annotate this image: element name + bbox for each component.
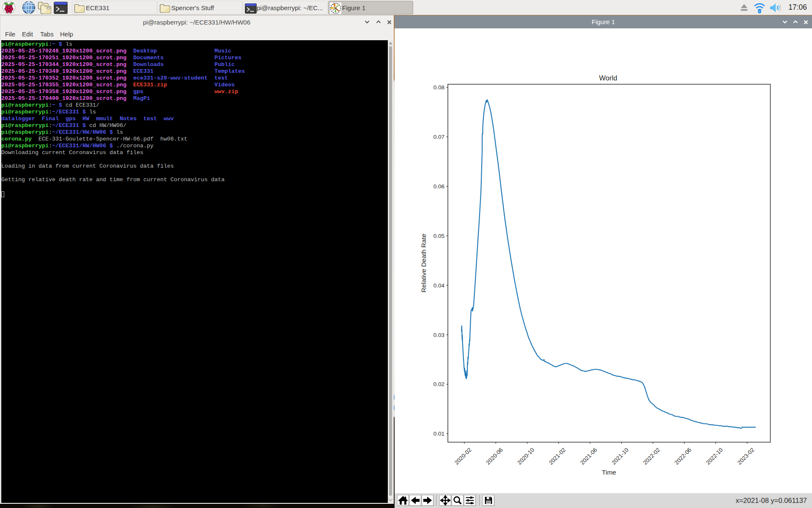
svg-text:2020-10: 2020-10: [516, 447, 536, 466]
svg-text:Relative Death Rate: Relative Death Rate: [420, 234, 427, 293]
svg-text:0.02: 0.02: [433, 381, 444, 387]
svg-text:2022-02: 2022-02: [642, 447, 661, 466]
svg-text:2023-02: 2023-02: [736, 447, 756, 466]
svg-text:0.07: 0.07: [433, 134, 444, 140]
svg-text:2022-06: 2022-06: [673, 447, 693, 466]
svg-text:2021-06: 2021-06: [579, 447, 598, 466]
svg-text:2022-10: 2022-10: [705, 447, 724, 466]
svg-text:2021-10: 2021-10: [610, 447, 630, 466]
svg-text:0.06: 0.06: [433, 183, 444, 190]
svg-text:World: World: [599, 74, 617, 82]
svg-text:0.03: 0.03: [433, 332, 444, 338]
svg-text:2020-02: 2020-02: [453, 447, 473, 466]
svg-text:2020-06: 2020-06: [485, 447, 504, 466]
svg-text:Time: Time: [602, 469, 616, 476]
svg-text:0.01: 0.01: [433, 431, 444, 437]
svg-text:2021-02: 2021-02: [548, 447, 567, 466]
svg-text:0.08: 0.08: [433, 84, 444, 91]
svg-text:0.04: 0.04: [433, 282, 445, 289]
svg-text:0.05: 0.05: [433, 233, 444, 239]
